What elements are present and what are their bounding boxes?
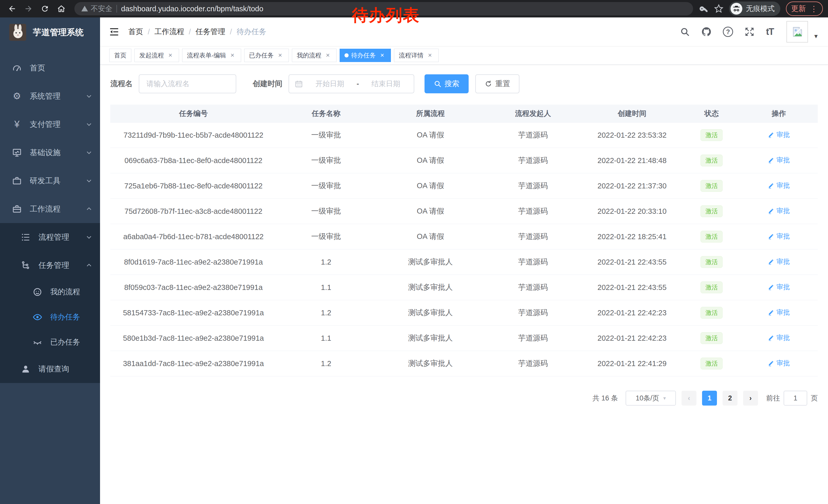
help-icon[interactable]: ? bbox=[723, 27, 733, 37]
sidebar-item-label: 任务管理 bbox=[38, 260, 69, 271]
approve-link[interactable]: 审批 bbox=[768, 359, 790, 368]
briefcase-icon bbox=[11, 203, 23, 215]
calendar-icon bbox=[295, 80, 303, 88]
status-badge: 激活 bbox=[701, 231, 722, 243]
cell-process: OA 请假 bbox=[376, 155, 485, 166]
approve-link[interactable]: 审批 bbox=[768, 257, 790, 266]
approve-link[interactable]: 审批 bbox=[768, 232, 790, 241]
browser-home-icon[interactable] bbox=[54, 2, 68, 16]
bookmark-star-icon[interactable] bbox=[714, 4, 723, 13]
tab-done-tasks[interactable]: 已办任务× bbox=[244, 49, 289, 62]
close-icon[interactable]: × bbox=[276, 51, 284, 59]
browser-reload-icon[interactable] bbox=[38, 2, 52, 16]
font-size-icon[interactable]: tT bbox=[766, 27, 774, 37]
browser-forward-icon[interactable] bbox=[22, 2, 35, 16]
goto-page-input[interactable] bbox=[784, 391, 807, 406]
tab-start-process[interactable]: 发起流程× bbox=[134, 49, 179, 62]
toolbox-icon bbox=[11, 175, 23, 186]
breadcrumb-home[interactable]: 首页 bbox=[128, 27, 143, 37]
date-range-picker[interactable]: 开始日期 - 结束日期 bbox=[289, 74, 414, 93]
sidebar-item-task-mgmt[interactable]: 任务管理 bbox=[0, 251, 100, 279]
cell-task-id: 580e1b3d-7ac8-11ec-a9e2-a2380e71991a bbox=[110, 334, 277, 342]
security-indicator[interactable]: 不安全 bbox=[81, 4, 112, 13]
avatar[interactable] bbox=[786, 21, 808, 43]
approve-link[interactable]: 审批 bbox=[768, 308, 790, 317]
sidebar-collapse-icon[interactable] bbox=[109, 27, 120, 37]
page-size-select[interactable]: 10条/页 ▾ bbox=[626, 391, 676, 406]
close-icon[interactable]: × bbox=[378, 51, 386, 59]
incognito-label: 无痕模式 bbox=[746, 4, 775, 13]
fullscreen-icon[interactable] bbox=[744, 27, 755, 37]
github-icon[interactable] bbox=[701, 27, 711, 37]
prev-page-button[interactable]: ‹ bbox=[681, 391, 696, 406]
table-row: 73211d9d-7b9b-11ec-b5b7-acde48001122 一级审… bbox=[110, 123, 818, 148]
table-row: 8f0d1619-7ac8-11ec-a9e2-a2380e71991a 1.2… bbox=[110, 249, 818, 275]
cell-created: 2022-01-22 20:33:10 bbox=[581, 207, 683, 216]
next-page-button[interactable]: › bbox=[743, 391, 758, 406]
chevron-down-icon: ▾ bbox=[663, 395, 666, 401]
breadcrumb-separator: / bbox=[230, 28, 232, 36]
avatar-caret-icon[interactable]: ▼ bbox=[813, 33, 819, 40]
tab-process-detail[interactable]: 流程详情× bbox=[394, 49, 439, 62]
search-button[interactable]: 搜索 bbox=[424, 74, 469, 93]
approve-link[interactable]: 审批 bbox=[768, 181, 790, 190]
chevron-down-icon bbox=[86, 149, 92, 156]
cell-process: 测试多审批人 bbox=[376, 282, 485, 292]
col-created: 创建时间 bbox=[581, 109, 683, 119]
tab-form-edit[interactable]: 流程表单-编辑× bbox=[182, 49, 241, 62]
approve-link[interactable]: 审批 bbox=[768, 207, 790, 215]
sidebar-item-system[interactable]: ⚙ 系统管理 bbox=[0, 82, 100, 110]
cell-starter: 芋道源码 bbox=[485, 130, 581, 140]
table-row: 069c6a63-7b8a-11ec-8ef0-acde48001122 一级审… bbox=[110, 148, 818, 173]
sidebar-item-my-process[interactable]: 我的流程 bbox=[0, 279, 100, 305]
cell-task-name: 1.2 bbox=[277, 359, 376, 368]
table-row: 725a1eb6-7b88-11ec-8ef0-acde48001122 一级审… bbox=[110, 173, 818, 199]
page-button-2[interactable]: 2 bbox=[722, 391, 738, 406]
search-icon bbox=[434, 80, 442, 88]
cell-created: 2022-01-22 21:37:30 bbox=[581, 182, 683, 190]
cell-task-id: a6aba0a4-7b6d-11ec-b781-acde48001122 bbox=[110, 232, 277, 241]
cell-starter: 芋道源码 bbox=[485, 282, 581, 292]
close-icon[interactable]: × bbox=[426, 51, 434, 59]
search-icon[interactable] bbox=[680, 27, 690, 37]
sidebar-item-process-mgmt[interactable]: 流程管理 bbox=[0, 223, 100, 251]
chevron-down-icon bbox=[86, 177, 92, 184]
edit-pencil-icon bbox=[768, 360, 774, 367]
cell-task-name: 一级审批 bbox=[277, 231, 376, 242]
password-key-icon[interactable] bbox=[699, 4, 708, 13]
browser-back-icon[interactable] bbox=[5, 2, 19, 16]
breadcrumb-task-mgmt[interactable]: 任务管理 bbox=[196, 27, 225, 37]
sidebar-item-infra[interactable]: 基础设施 bbox=[0, 138, 100, 167]
sidebar-item-label: 请假查询 bbox=[38, 364, 69, 374]
approve-link[interactable]: 审批 bbox=[768, 130, 790, 139]
sidebar-item-devtools[interactable]: 研发工具 bbox=[0, 167, 100, 195]
close-icon[interactable]: × bbox=[324, 51, 332, 59]
sidebar-item-workflow[interactable]: 工作流程 bbox=[0, 195, 100, 223]
incognito-badge[interactable]: 无痕模式 bbox=[729, 2, 780, 16]
approve-link[interactable]: 审批 bbox=[768, 155, 790, 165]
sidebar-item-leave-query[interactable]: 请假查询 bbox=[0, 355, 100, 383]
approve-link[interactable]: 审批 bbox=[768, 333, 790, 342]
sidebar-item-home[interactable]: 首页 bbox=[0, 54, 100, 82]
close-icon[interactable]: × bbox=[166, 51, 174, 59]
tab-my-process[interactable]: 我的流程× bbox=[292, 49, 336, 62]
cell-task-name: 1.1 bbox=[277, 334, 376, 342]
tab-todo-tasks[interactable]: 待办任务× bbox=[340, 49, 391, 62]
reset-button[interactable]: 重置 bbox=[475, 74, 520, 93]
cell-task-name: 1.2 bbox=[277, 309, 376, 317]
sidebar-item-payment[interactable]: ¥ 支付管理 bbox=[0, 110, 100, 138]
sidebar-item-done-tasks[interactable]: 已办任务 bbox=[0, 330, 100, 355]
browser-menu-icon[interactable]: ⋮ bbox=[810, 4, 818, 13]
sidebar-item-label: 待办任务 bbox=[50, 312, 80, 322]
close-icon[interactable]: × bbox=[229, 51, 236, 59]
app-logo-row[interactable]: 芋道管理系统 bbox=[0, 17, 100, 47]
cell-process: 测试多审批人 bbox=[376, 358, 485, 369]
tab-home[interactable]: 首页 bbox=[109, 49, 131, 62]
active-dot bbox=[344, 53, 348, 57]
approve-link[interactable]: 审批 bbox=[768, 282, 790, 291]
update-button[interactable]: 更新 ⋮ bbox=[786, 2, 823, 16]
sidebar-item-todo-tasks[interactable]: 待办任务 bbox=[0, 305, 100, 330]
process-name-input[interactable] bbox=[139, 74, 236, 93]
page-button-1[interactable]: 1 bbox=[702, 391, 717, 406]
breadcrumb-workflow[interactable]: 工作流程 bbox=[155, 27, 184, 37]
